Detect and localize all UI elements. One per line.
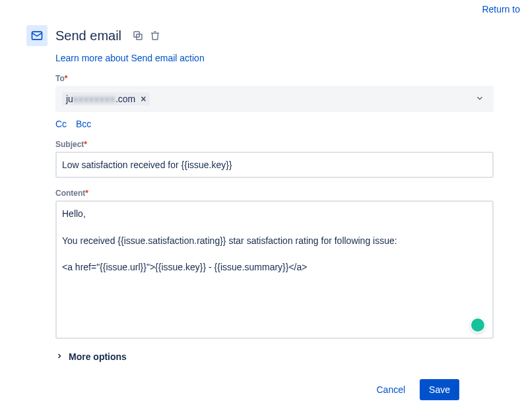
save-button[interactable]: Save	[420, 379, 459, 400]
bcc-link[interactable]: Bcc	[76, 119, 91, 129]
more-options-label: More options	[69, 351, 127, 362]
return-link[interactable]: Return to	[482, 4, 520, 15]
footer-actions: Cancel Save	[26, 379, 494, 400]
page-title: Send email	[55, 28, 121, 44]
recipient-chip: juxxxxxxxx.com ×	[62, 92, 150, 105]
email-icon	[26, 25, 48, 46]
to-field[interactable]: juxxxxxxxx.com ×	[55, 86, 494, 112]
cancel-button[interactable]: Cancel	[370, 379, 412, 400]
cc-link[interactable]: Cc	[55, 119, 67, 129]
copy-icon[interactable]	[132, 30, 144, 42]
chevron-right-icon	[55, 351, 63, 362]
chevron-down-icon[interactable]	[475, 94, 484, 105]
remove-chip-icon[interactable]: ×	[141, 94, 146, 104]
grammarly-icon[interactable]	[470, 317, 486, 333]
content-label: Content*	[55, 189, 494, 198]
to-label: To*	[55, 74, 494, 83]
panel-header: Send email	[26, 25, 494, 46]
send-email-panel: Send email Learn more about Send email a…	[0, 0, 520, 400]
subject-input[interactable]	[55, 152, 494, 178]
subject-label: Subject*	[55, 140, 494, 149]
learn-more-link[interactable]: Learn more about Send email action	[55, 53, 205, 63]
content-textarea[interactable]	[55, 200, 494, 339]
more-options-toggle[interactable]: More options	[55, 351, 494, 362]
delete-icon[interactable]	[149, 30, 161, 42]
